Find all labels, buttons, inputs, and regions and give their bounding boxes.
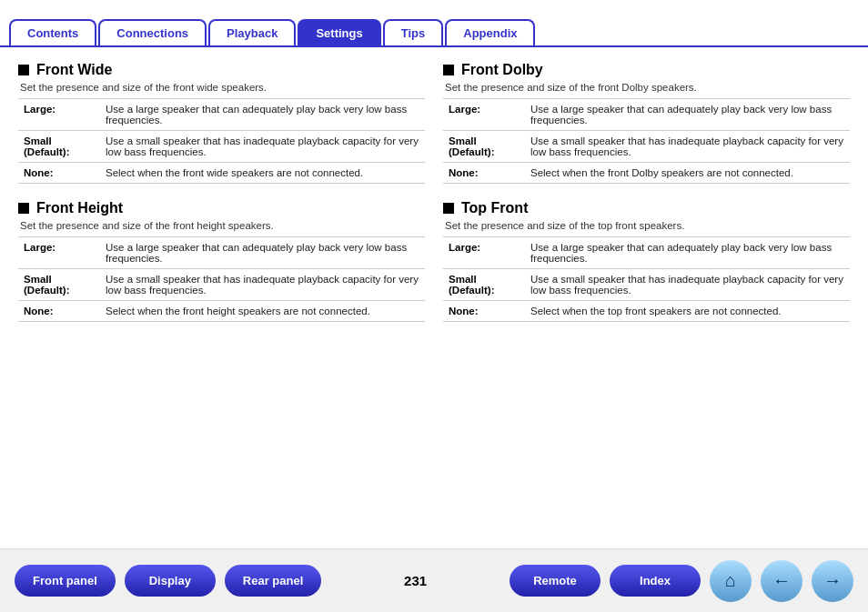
def-cell: Use a large speaker that can adequately … [525, 99, 850, 131]
section-title-text: Front Dolby [461, 62, 543, 78]
section-title-text: Top Front [461, 200, 528, 216]
def-cell: Use a large speaker that can adequately … [100, 99, 425, 131]
section-title-text: Front Wide [36, 62, 112, 78]
def-cell: Select when the top front speakers are n… [525, 301, 850, 322]
table-row: None:Select when the top front speakers … [443, 301, 850, 322]
def-table: Large:Use a large speaker that can adequ… [18, 98, 425, 184]
section-title-text: Front Height [36, 200, 123, 216]
term-cell: Small(Default): [443, 269, 525, 301]
left-column: Front WideSet the presence and size of t… [18, 62, 425, 539]
tab-playback[interactable]: Playback [208, 19, 296, 45]
table-row: Small(Default):Use a small speaker that … [18, 269, 425, 301]
home-button[interactable]: ⌂ [710, 560, 752, 602]
section-desc: Set the presence and size of the front h… [20, 220, 425, 231]
table-row: Small(Default):Use a small speaker that … [18, 131, 425, 163]
term-cell: Small(Default): [18, 269, 100, 301]
term-cell: Small(Default): [18, 131, 100, 163]
term-cell: Large: [18, 237, 100, 269]
back-button[interactable]: ← [761, 560, 802, 602]
table-row: Small(Default):Use a small speaker that … [443, 269, 850, 301]
def-cell: Use a small speaker that has inadequate … [100, 269, 425, 301]
def-cell: Use a small speaker that has inadequate … [525, 269, 850, 301]
section-desc: Set the presence and size of the front D… [445, 82, 850, 93]
table-row: None:Select when the front height speake… [18, 301, 425, 322]
page-number: 231 [330, 573, 500, 588]
tab-tips[interactable]: Tips [383, 19, 444, 45]
index-button[interactable]: Index [610, 565, 701, 597]
table-row: None:Select when the front wide speakers… [18, 163, 425, 184]
tab-contents[interactable]: Contents [9, 19, 96, 45]
term-cell: None: [443, 163, 525, 184]
def-cell: Select when the front wide speakers are … [100, 163, 425, 184]
def-cell: Use a large speaker that can adequately … [525, 237, 850, 269]
rear-panel-button[interactable]: Rear panel [225, 565, 321, 597]
section-title: Front Dolby [443, 62, 850, 78]
def-cell: Use a small speaker that has inadequate … [525, 131, 850, 163]
section-square-icon [18, 203, 29, 214]
def-table: Large:Use a large speaker that can adequ… [443, 236, 850, 322]
def-cell: Use a large speaker that can adequately … [100, 237, 425, 269]
section-square-icon [443, 203, 454, 214]
table-row: Large:Use a large speaker that can adequ… [443, 237, 850, 269]
def-table: Large:Use a large speaker that can adequ… [18, 236, 425, 322]
section-title: Top Front [443, 200, 850, 216]
def-cell: Select when the front Dolby speakers are… [525, 163, 850, 184]
section-front-height: Front HeightSet the presence and size of… [18, 200, 425, 322]
table-row: Small(Default):Use a small speaker that … [443, 131, 850, 163]
table-row: Large:Use a large speaker that can adequ… [443, 99, 850, 131]
section-title: Front Wide [18, 62, 425, 78]
section-desc: Set the presence and size of the top fro… [445, 220, 850, 231]
front-panel-button[interactable]: Front panel [15, 565, 116, 597]
section-title: Front Height [18, 200, 425, 216]
section-square-icon [443, 65, 454, 75]
bottom-nav: Front panelDisplayRear panel231RemoteInd… [0, 548, 868, 612]
section-square-icon [18, 65, 29, 75]
tab-connections[interactable]: Connections [98, 19, 207, 45]
section-front-dolby: Front DolbySet the presence and size of … [443, 62, 850, 184]
term-cell: None: [443, 301, 525, 322]
term-cell: Large: [443, 237, 525, 269]
remote-button[interactable]: Remote [510, 565, 601, 597]
section-front-wide: Front WideSet the presence and size of t… [18, 62, 425, 184]
tab-appendix[interactable]: Appendix [445, 19, 535, 45]
section-top-front: Top FrontSet the presence and size of th… [443, 200, 850, 322]
right-column: Front DolbySet the presence and size of … [443, 62, 850, 539]
tab-settings[interactable]: Settings [298, 19, 380, 45]
section-desc: Set the presence and size of the front w… [20, 82, 425, 93]
table-row: Large:Use a large speaker that can adequ… [18, 237, 425, 269]
term-cell: None: [18, 163, 100, 184]
main-content: Front WideSet the presence and size of t… [0, 47, 868, 548]
term-cell: Large: [18, 99, 100, 131]
forward-button[interactable]: → [812, 560, 853, 602]
def-cell: Use a small speaker that has inadequate … [100, 131, 425, 163]
term-cell: Small(Default): [443, 131, 525, 163]
table-row: None:Select when the front Dolby speaker… [443, 163, 850, 184]
term-cell: Large: [443, 99, 525, 131]
table-row: Large:Use a large speaker that can adequ… [18, 99, 425, 131]
def-cell: Select when the front height speakers ar… [100, 301, 425, 322]
def-table: Large:Use a large speaker that can adequ… [443, 98, 850, 184]
display-button[interactable]: Display [125, 565, 216, 597]
tabs-bar: ContentsConnectionsPlaybackSettingsTipsA… [0, 0, 868, 47]
term-cell: None: [18, 301, 100, 322]
